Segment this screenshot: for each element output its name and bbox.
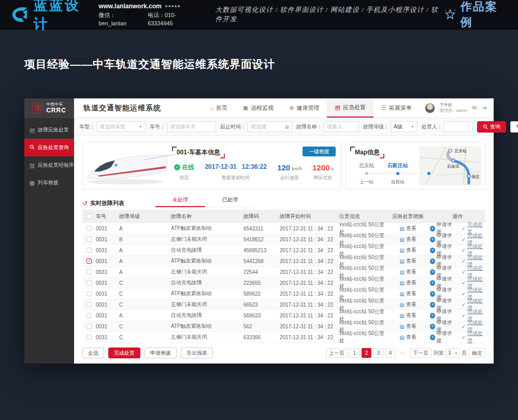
apply-rescue-button[interactable]: 申请救援 [145, 347, 177, 358]
view-link[interactable]: ▤ 查看 [399, 301, 416, 308]
check-icon: ✓ [462, 291, 466, 297]
view-link[interactable]: ▤ 查看 [399, 334, 416, 341]
cell-start-time: 2017-12-31 11 : 34 : 22 [280, 226, 339, 231]
train-type-select[interactable]: 请选择车型 ▼ [96, 121, 146, 132]
mail-icon[interactable]: ✉ [472, 105, 477, 111]
row-checkbox[interactable] [87, 291, 92, 296]
view-label: 查看 [406, 247, 416, 254]
table-title: 实时故障列表 [90, 199, 124, 207]
cell-fault-level: C [119, 291, 171, 297]
table-section-header: ↺ 实时故障列表 未处理 已处理 [82, 195, 485, 207]
fault-level-value: A级 [394, 123, 402, 131]
fault-name-input[interactable] [327, 124, 356, 129]
voltage-unit: v [331, 166, 334, 171]
next-page-button[interactable]: 下一页 [410, 348, 431, 358]
cell-start-time: 2017-12-31 11 : 34 : 22 [280, 269, 339, 275]
phone-info: 电话：010-63334945 [148, 11, 198, 28]
view-link[interactable]: ▤ 查看 [399, 279, 416, 286]
jump-page-input[interactable]: 3 ▲▼ [446, 348, 459, 358]
row-checkbox[interactable] [87, 269, 92, 274]
view-link[interactable]: ▤ 查看 [399, 323, 416, 330]
apply-rescue-link[interactable]: + 申请求援 [430, 330, 455, 344]
row-checkbox[interactable] [87, 237, 92, 242]
portfolio-link[interactable]: 作品案例 [444, 0, 507, 30]
tab-handled[interactable]: 已处理 [205, 196, 255, 207]
logout-icon[interactable]: ⇥ [482, 105, 486, 111]
train-no-input[interactable] [170, 124, 213, 129]
nav-remote-monitor[interactable]: ▣ 远程监视 [235, 98, 281, 118]
cell-start-time: 2017-12-31 11 : 34 : 22 [280, 248, 339, 253]
view-link[interactable]: ▤ 查看 [399, 268, 416, 276]
table-row: 0031 A 自动充电故障 45685213 2017-12-31 11 : 3… [82, 245, 485, 256]
row-checkbox[interactable] [87, 248, 92, 253]
stat-update-time: 2017-12-31 12:36:22 数据更新时间 [205, 163, 266, 181]
row-checkbox[interactable] [87, 324, 92, 329]
map-card-title: Map信息 [350, 147, 384, 158]
row-checkbox[interactable] [87, 313, 92, 318]
page-4-button[interactable]: 4 [385, 348, 395, 358]
row-checkbox[interactable] [87, 280, 92, 285]
row-checkbox[interactable] [87, 226, 92, 231]
reset-button[interactable]: ↻ 重置 [510, 121, 518, 133]
prev-page-button[interactable]: 上一页 [326, 348, 348, 358]
export-report-button[interactable]: 导出报表 [181, 347, 213, 358]
view-link[interactable]: ▤ 查看 [399, 312, 416, 319]
view-link[interactable]: ▤ 查看 [399, 236, 416, 243]
nav-health-manage[interactable]: ⊕ 健康管理 [281, 98, 327, 118]
page-3-button[interactable]: 3 [373, 348, 383, 358]
select-all-button[interactable]: 全选 [82, 347, 104, 358]
station-pos: 当前站 [391, 179, 405, 185]
plus-circle-icon: + [430, 258, 435, 264]
view-link[interactable]: ▤ 查看 [399, 225, 416, 232]
page-1-button[interactable]: 1 [350, 348, 359, 358]
cell-train-no: 0031 [96, 313, 119, 318]
col-operation: 操作 [430, 213, 485, 220]
complete-handle-button[interactable]: 完成处置 [108, 347, 140, 358]
nav-extend-menu[interactable]: ☰ 拓展菜单 [373, 98, 420, 118]
query-label: 查询 [490, 123, 500, 131]
time-range-label: 起止时间： [220, 123, 246, 131]
sidebar-item-label: 应急处置查询 [38, 144, 69, 151]
cell-fault-name: 自动充电故障 [171, 312, 243, 319]
sidebar-item-experience-library[interactable]: ▥ 应急处置经验库 [24, 156, 74, 174]
select-all-checkbox[interactable] [87, 214, 92, 219]
wechat-info: 微信：ben_lanlan [98, 11, 140, 28]
nav-home[interactable]: ⌂ 首页 [202, 98, 235, 118]
table-footer: 全选 完成处置 申请救援 导出报表 上一页 1 2 3 4 ··· 下一页 到第… [82, 347, 485, 358]
time-range-picker[interactable]: 请选择 ▦ [248, 121, 292, 132]
cell-fault-name: 左侧门未能关闭 [171, 268, 243, 276]
view-link[interactable]: ▤ 查看 [399, 290, 416, 297]
query-button[interactable]: 查询 [477, 121, 506, 133]
row-checkbox[interactable] [87, 302, 92, 307]
avatar[interactable] [425, 103, 435, 113]
handler-input[interactable] [447, 124, 470, 129]
cell-fault-level: C [119, 335, 171, 340]
view-link[interactable]: ▤ 查看 [399, 257, 416, 265]
one-key-rescue-button[interactable]: 一键救援 [303, 147, 336, 156]
confirm-button[interactable]: 确定 [469, 348, 485, 358]
map-info-card: Map信息 北京站 上一站 石家庄站 当 [346, 142, 485, 190]
speed-unit: km/h [292, 166, 302, 171]
sidebar-item-train-rescue[interactable]: ▦ 列车救援 [24, 174, 74, 192]
cell-fault-level: B [119, 237, 171, 242]
row-checkbox[interactable] [87, 258, 92, 264]
sidebar-item-fault-emergency[interactable]: ▤ 故障应急处置 [24, 121, 74, 139]
page-2-button[interactable]: 2 [362, 348, 371, 358]
complete-link[interactable]: ✓ 完成处理 [462, 330, 485, 344]
refresh-icon[interactable]: ↺ [82, 200, 88, 207]
sidebar-item-emergency-query[interactable]: 应急处置查询 [24, 139, 74, 156]
col-train-no: 车号 [96, 213, 119, 220]
fault-level-select[interactable]: A级 ▼ [391, 121, 418, 132]
complete-label: 完成处理 [467, 330, 485, 344]
row-checkbox[interactable] [87, 335, 92, 340]
tab-unhandled[interactable]: 未处理 [155, 196, 205, 207]
plus-circle-icon: + [430, 335, 435, 340]
app-window: 车 中国中车 CRRC ▤ 故障应急处置 应急处置查询 ▥ 应急处置经验库 [24, 98, 494, 364]
cell-fault-code: 66523 [243, 302, 280, 308]
view-link[interactable]: ▤ 查看 [399, 247, 416, 254]
content-area: 001-车基本信息 一键救援 ✓ 在线 状态 2017-12-31 [74, 136, 494, 364]
table-row: 0031 C 左侧门未能关闭 66523 2017-12-31 11 : 34 … [82, 299, 485, 310]
nav-emergency[interactable]: ▤ 应急处置 [327, 98, 373, 118]
plus-circle-icon: + [430, 324, 435, 329]
cell-start-time: 2017-12-31 11 : 34 : 22 [280, 335, 339, 340]
